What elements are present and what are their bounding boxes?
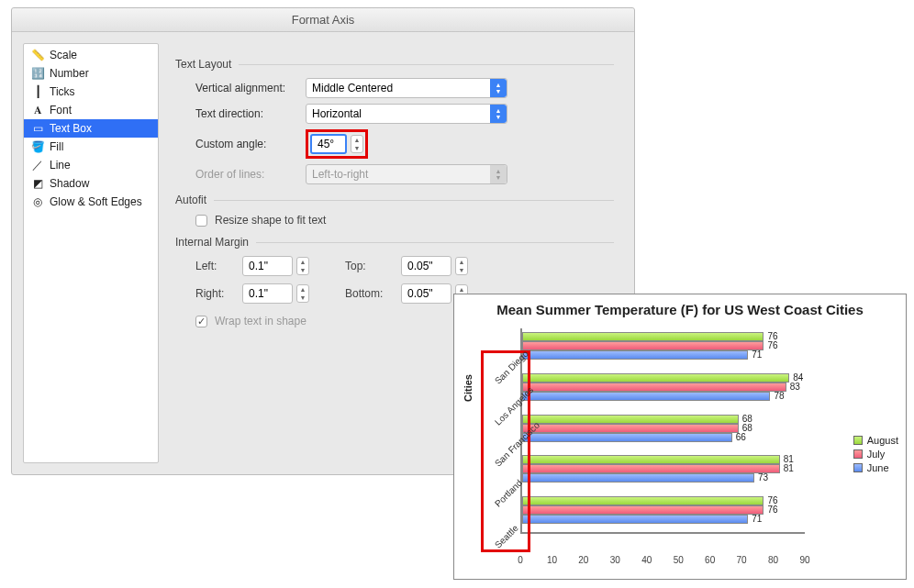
wrap-text-label: Wrap text in shape (215, 315, 307, 327)
chart-bar (522, 415, 739, 424)
margin-right-stepper[interactable]: ▲▼ (296, 284, 309, 303)
chart-x-tick: 70 (737, 555, 747, 565)
sidebar-item-textbox[interactable]: ▭ Text Box (24, 119, 158, 138)
number-icon: 🔢 (31, 67, 44, 80)
sidebar: 📏 Scale 🔢 Number ┃ Ticks 𝐀 Font ▭ Text B… (23, 43, 159, 463)
chart-bar (522, 350, 748, 360)
sidebar-label: Text Box (50, 122, 92, 135)
chart-category-label: Los Angeles (493, 384, 535, 427)
glow-icon: ◎ (31, 195, 44, 208)
category-labels-highlight: SeattlePortlandSan FranciscoLos AngelesS… (481, 350, 530, 552)
chart-bar (522, 505, 764, 515)
chart-bar (522, 515, 748, 524)
section-autofit: Autofit (175, 194, 206, 206)
chart-x-tick: 20 (578, 555, 588, 565)
chart-x-tick: 40 (641, 555, 652, 565)
chart-category-label: San Diego (493, 349, 530, 386)
chart-bar (522, 496, 764, 505)
legend-item: June (853, 462, 898, 473)
custom-angle-stepper[interactable]: ▲▼ (351, 135, 363, 153)
resize-shape-label: Resize shape to fit text (215, 214, 326, 227)
sidebar-item-fill[interactable]: 🪣 Fill (24, 138, 158, 156)
chart-bar (522, 455, 780, 464)
chart-bar (522, 332, 764, 341)
chart-x-ticks: 0102030405060708090 (520, 555, 805, 568)
text-direction-label: Text direction: (195, 107, 296, 120)
fill-icon: 🪣 (31, 140, 44, 153)
vertical-alignment-label: Vertical alignment: (195, 82, 296, 94)
highlight-box: ▲▼ (306, 129, 368, 159)
sidebar-label: Number (50, 67, 89, 80)
legend-item: August (853, 435, 898, 446)
chart-title: Mean Summer Temperature (F) for US West … (454, 294, 906, 319)
sidebar-label: Shadow (50, 177, 89, 190)
chart-category-label: Seattle (493, 523, 520, 550)
chart-bar (522, 473, 754, 483)
margin-left-stepper[interactable]: ▲▼ (296, 257, 309, 275)
font-icon: 𝐀 (31, 104, 44, 116)
margin-top-input[interactable] (401, 256, 451, 276)
legend-item: July (853, 449, 898, 460)
chart-bar-value: 71 (752, 514, 762, 524)
margin-top-label: Top: (345, 260, 396, 272)
chart-x-tick: 90 (799, 555, 809, 565)
sidebar-item-ticks[interactable]: ┃ Ticks (24, 83, 158, 101)
chart-bar (522, 383, 786, 392)
chart-bar-value: 66 (736, 432, 746, 442)
chart-x-tick: 50 (674, 555, 684, 565)
sidebar-label: Font (50, 104, 72, 116)
sidebar-item-line[interactable]: ／ Line (24, 156, 158, 174)
sidebar-item-number[interactable]: 🔢 Number (24, 64, 158, 83)
wrap-text-checkbox (195, 316, 207, 327)
sidebar-label: Fill (50, 140, 63, 153)
order-of-lines-label: Order of lines: (195, 168, 296, 181)
shadow-icon: ◩ (31, 177, 44, 190)
ticks-icon: ┃ (31, 85, 44, 98)
chart-bar-value: 73 (758, 472, 768, 483)
ruler-icon: 📏 (31, 49, 44, 61)
custom-angle-input[interactable] (310, 134, 347, 154)
sidebar-label: Glow & Soft Edges (50, 195, 142, 208)
section-text-layout: Text Layout (175, 58, 231, 71)
margin-right-input[interactable] (242, 283, 293, 304)
dropdown-arrows-icon: ▲▼ (490, 79, 507, 97)
chart-bar (522, 464, 780, 473)
chart-category-label: Portland (493, 478, 524, 509)
chart-x-tick: 10 (547, 555, 557, 565)
margin-left-input[interactable] (242, 256, 293, 276)
margin-top-stepper[interactable]: ▲▼ (455, 257, 468, 275)
dialog-title: Format Axis (12, 8, 634, 32)
margin-bottom-input[interactable] (401, 283, 451, 304)
sidebar-item-scale[interactable]: 📏 Scale (24, 46, 158, 64)
sidebar-label: Ticks (50, 85, 75, 98)
chart-bar-value: 81 (784, 463, 794, 473)
chart-x-tick: 60 (705, 555, 715, 565)
text-direction-select[interactable]: ▲▼ (306, 104, 507, 124)
chart-x-tick: 80 (768, 555, 778, 565)
chart-bar (522, 392, 770, 401)
line-icon: ／ (31, 159, 44, 172)
custom-angle-label: Custom angle: (195, 138, 296, 150)
margin-left-label: Left: (195, 260, 237, 272)
chart-bar-value: 78 (774, 391, 784, 401)
chart-bar (522, 373, 789, 383)
sidebar-item-font[interactable]: 𝐀 Font (24, 101, 158, 119)
chart-plot-area: 767671818173686866848378767671 (520, 328, 805, 534)
chart-legend: August July June (853, 432, 898, 476)
chart-y-axis-label: Cities (463, 374, 474, 402)
dropdown-arrows-icon: ▲▼ (490, 165, 507, 183)
chart-bar-value: 76 (767, 505, 777, 515)
chart-bar-value: 71 (752, 349, 762, 360)
margin-bottom-label: Bottom: (345, 287, 396, 300)
sidebar-item-glow[interactable]: ◎ Glow & Soft Edges (24, 193, 158, 211)
vertical-alignment-select[interactable]: ▲▼ (306, 78, 507, 98)
margin-right-label: Right: (195, 287, 237, 300)
sidebar-item-shadow[interactable]: ◩ Shadow (24, 174, 158, 193)
chart-bar-value: 76 (767, 340, 777, 350)
resize-shape-checkbox[interactable] (195, 215, 207, 227)
sidebar-label: Line (50, 159, 71, 172)
order-of-lines-select: ▲▼ (306, 164, 507, 184)
textbox-icon: ▭ (31, 122, 44, 135)
dropdown-arrows-icon: ▲▼ (490, 105, 507, 123)
chart-bar (522, 341, 764, 350)
